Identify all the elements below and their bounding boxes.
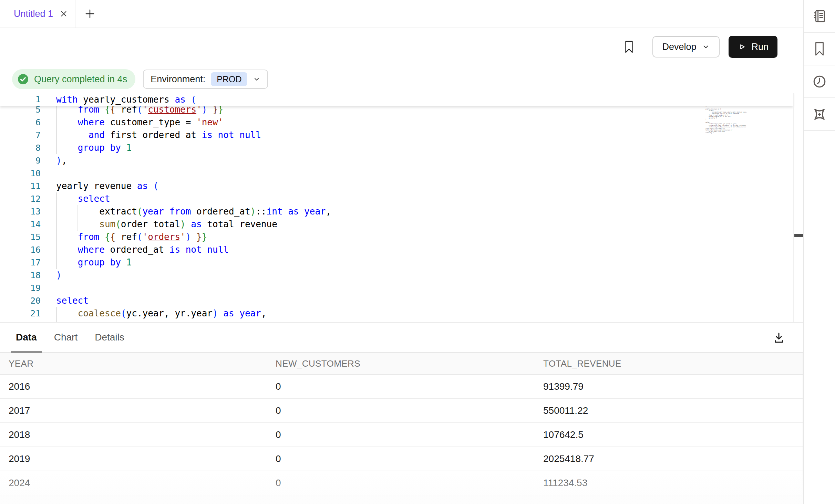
code-line[interactable]: 21 coalesce(yc.year, yr.year) as year, bbox=[0, 307, 803, 320]
code-line-content: and first_ordered_at is not null bbox=[41, 129, 261, 141]
table-cell: 0 bbox=[267, 381, 535, 392]
environment-value-chip: PROD bbox=[211, 72, 247, 86]
results-tab-bar: DataChartDetails bbox=[0, 323, 803, 353]
tab-untitled-1[interactable]: Untitled 1 bbox=[0, 0, 75, 28]
code-line-content: ), bbox=[41, 154, 67, 167]
code-line[interactable]: 10 bbox=[0, 167, 803, 180]
code-line-content: group by 1 bbox=[41, 141, 132, 154]
code-line[interactable]: 11yearly_revenue as ( bbox=[0, 180, 803, 192]
develop-dropdown[interactable]: Develop bbox=[652, 36, 720, 57]
overview-ruler[interactable] bbox=[793, 93, 803, 322]
line-number: 22 bbox=[0, 320, 41, 323]
sidebar-button-history[interactable] bbox=[804, 65, 835, 98]
code-line[interactable]: 22 coalesce(yc.new_customers, 0) as new_… bbox=[0, 320, 803, 323]
new-tab-button[interactable] bbox=[84, 0, 96, 28]
indent-guide bbox=[78, 205, 78, 231]
code-line[interactable]: 6 where customer_type = 'new' bbox=[0, 116, 803, 129]
table-cell: 0 bbox=[267, 429, 535, 440]
code-line[interactable]: 8 group by 1 bbox=[0, 141, 803, 154]
code-line[interactable]: 17 group by 1 bbox=[0, 256, 803, 269]
lineage-icon bbox=[812, 107, 827, 122]
sidebar-button-bookmark[interactable] bbox=[804, 33, 835, 65]
results-panel: DataChartDetails YEARNEW_CUSTOMERSTOTAL_… bbox=[0, 323, 803, 504]
results-tab-chart[interactable]: Chart bbox=[54, 323, 78, 352]
code-line-content: where ordered_at is not null bbox=[41, 243, 229, 256]
editor-toolbar: Develop Run bbox=[0, 28, 803, 65]
table-cell: 550011.22 bbox=[535, 405, 803, 416]
run-label: Run bbox=[751, 42, 769, 52]
code-line-content: sum(order_total) as total_revenue bbox=[41, 218, 277, 231]
table-row[interactable]: 20170550011.22 bbox=[0, 399, 803, 423]
line-number: 11 bbox=[0, 180, 41, 192]
query-status-badge: Query completed in 4s bbox=[12, 69, 135, 89]
sidebar-button-notebook[interactable] bbox=[804, 0, 835, 33]
bookmark-icon[interactable] bbox=[623, 40, 635, 53]
sidebar-button-lineage[interactable] bbox=[804, 98, 835, 131]
code-line[interactable]: 7 and first_ordered_at is not null bbox=[0, 129, 803, 141]
line-number: 8 bbox=[0, 141, 41, 154]
code-line[interactable]: 16 where ordered_at is not null bbox=[0, 243, 803, 256]
line-number: 14 bbox=[0, 218, 41, 231]
indent-guide bbox=[56, 307, 57, 323]
line-number: 18 bbox=[0, 269, 41, 282]
overview-ruler-cursor-marker bbox=[794, 234, 803, 237]
notebook-icon bbox=[812, 9, 827, 23]
code-line[interactable]: 20select bbox=[0, 294, 803, 307]
download-icon[interactable] bbox=[772, 331, 785, 344]
table-bottom-strip bbox=[0, 495, 803, 504]
check-circle-icon bbox=[17, 73, 29, 85]
code-line-content: yearly_revenue as ( bbox=[41, 180, 158, 192]
code-line-content bbox=[41, 167, 56, 180]
main-panel: Untitled 1 Develop Run Query completed i… bbox=[0, 0, 803, 504]
table-row[interactable]: 2016091399.79 bbox=[0, 375, 803, 399]
code-line-content: coalesce(yc.new_customers, 0) as new_cus… bbox=[41, 320, 331, 323]
sticky-scroll-line[interactable]: 1 with yearly_customers as ( bbox=[0, 93, 793, 106]
table-cell: 111234.53 bbox=[535, 477, 803, 489]
line-number: 7 bbox=[0, 129, 41, 141]
close-icon[interactable] bbox=[59, 9, 68, 18]
table-cell: 0 bbox=[267, 453, 535, 464]
table-right-border bbox=[803, 353, 803, 504]
column-header: NEW_CUSTOMERS bbox=[267, 358, 535, 369]
code-line[interactable]: 12 select bbox=[0, 192, 803, 205]
line-number: 15 bbox=[0, 231, 41, 243]
code-line[interactable]: 18) bbox=[0, 269, 803, 282]
code-line[interactable]: 14 sum(order_total) as total_revenue bbox=[0, 218, 803, 231]
line-number: 6 bbox=[0, 116, 41, 129]
code-line-content: extract(year from ordered_at)::int as ye… bbox=[41, 205, 331, 218]
code-line[interactable]: 19 bbox=[0, 282, 803, 294]
line-number: 9 bbox=[0, 154, 41, 167]
code-line[interactable]: 13 extract(year from ordered_at)::int as… bbox=[0, 205, 803, 218]
code-line-content bbox=[41, 282, 56, 294]
results-tab-details[interactable]: Details bbox=[95, 323, 124, 352]
line-number: 1 bbox=[0, 93, 41, 106]
status-row: Query completed in 4s Environment: PROD bbox=[0, 65, 803, 93]
line-number: 17 bbox=[0, 256, 41, 269]
results-tab-data[interactable]: Data bbox=[16, 323, 37, 352]
table-cell: 91399.79 bbox=[535, 381, 803, 392]
indent-guide bbox=[56, 192, 57, 269]
code-lines[interactable]: 5 from {{ ref('customers') }}6 where cus… bbox=[0, 103, 803, 323]
tab-label: Untitled 1 bbox=[14, 9, 53, 19]
table-cell: 2025418.77 bbox=[535, 453, 803, 464]
environment-label: Environment: bbox=[151, 74, 205, 85]
line-number: 19 bbox=[0, 282, 41, 294]
code-line-content: coalesce(yc.year, yr.year) as year, bbox=[41, 307, 267, 320]
table-cell: 2024 bbox=[0, 477, 267, 489]
code-line-content: group by 1 bbox=[41, 256, 132, 269]
code-line[interactable]: 15 from {{ ref('orders') }} bbox=[0, 231, 803, 243]
table-row[interactable]: 201902025418.77 bbox=[0, 447, 803, 471]
code-line-content: ) bbox=[41, 269, 62, 282]
run-button[interactable]: Run bbox=[729, 36, 777, 58]
table-row[interactable]: 20180107642.5 bbox=[0, 423, 803, 447]
table-cell: 2017 bbox=[0, 405, 267, 416]
table-cell: 0 bbox=[267, 477, 535, 489]
environment-selector[interactable]: Environment: PROD bbox=[143, 70, 268, 89]
bookmark-icon bbox=[813, 42, 826, 56]
query-status-text: Query completed in 4s bbox=[34, 74, 127, 85]
sql-editor[interactable]: 5 from {{ ref('customers') }}6 where cus… bbox=[0, 93, 803, 323]
right-sidebar bbox=[803, 0, 835, 504]
code-line[interactable]: 9), bbox=[0, 154, 803, 167]
play-icon bbox=[738, 42, 746, 51]
table-row[interactable]: 20240111234.53 bbox=[0, 471, 803, 495]
